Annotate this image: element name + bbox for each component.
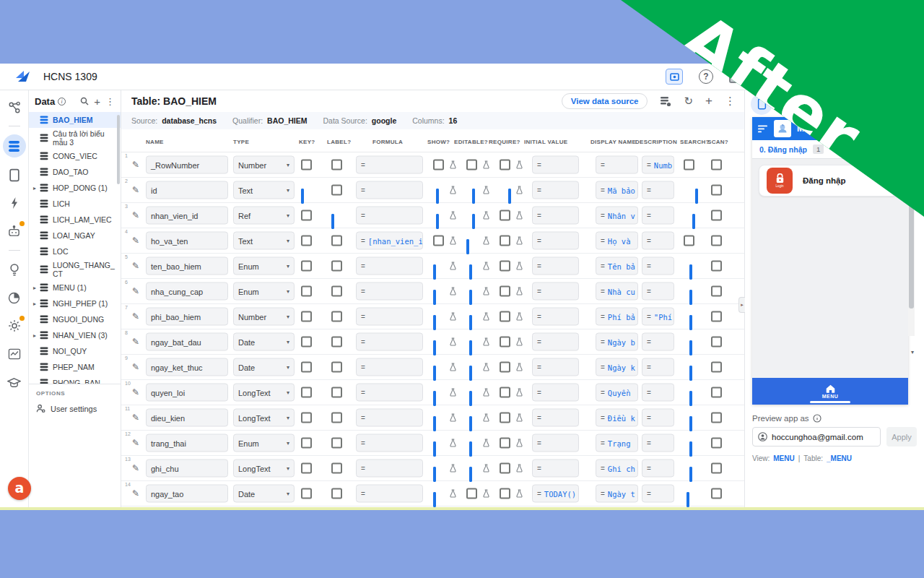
- require-expression-flask-icon[interactable]: [515, 363, 523, 372]
- column-name-field[interactable]: phi_bao_hiem: [146, 308, 228, 326]
- show-checkbox[interactable]: [433, 236, 444, 246]
- footer-view-link[interactable]: MENU: [773, 454, 794, 462]
- formula-field[interactable]: =: [356, 333, 423, 351]
- add-table-icon[interactable]: +: [94, 95, 100, 108]
- editable-checkbox[interactable]: [469, 441, 472, 457]
- show-expression-flask-icon[interactable]: [449, 337, 457, 347]
- column-type-select[interactable]: Text▾: [233, 181, 295, 199]
- label-checkbox[interactable]: [331, 387, 342, 398]
- scan-checkbox[interactable]: [711, 261, 722, 272]
- scan-checkbox[interactable]: [711, 463, 722, 474]
- help-icon[interactable]: ?: [699, 69, 713, 84]
- editable-expression-flask-icon[interactable]: [482, 489, 490, 499]
- editable-checkbox[interactable]: [469, 315, 472, 330]
- description-field[interactable]: =Numb: [642, 156, 674, 174]
- formula-field[interactable]: =: [356, 358, 423, 376]
- search-checkbox[interactable]: [689, 467, 692, 482]
- scan-checkbox[interactable]: [711, 413, 722, 423]
- editable-checkbox[interactable]: [469, 416, 472, 431]
- show-expression-flask-icon[interactable]: [449, 186, 457, 195]
- editable-expression-flask-icon[interactable]: [482, 262, 490, 271]
- require-checkbox[interactable]: [500, 463, 510, 474]
- display-name-field[interactable]: =Ngày k: [596, 358, 638, 376]
- edit-column-icon[interactable]: ✎: [132, 160, 139, 170]
- label-checkbox[interactable]: [331, 311, 342, 322]
- require-checkbox[interactable]: [500, 337, 510, 348]
- column-type-select[interactable]: Text▾: [233, 232, 295, 250]
- display-name-field[interactable]: =Nhân v: [596, 207, 638, 225]
- require-expression-flask-icon[interactable]: [515, 464, 523, 473]
- search-checkbox[interactable]: [689, 416, 692, 431]
- show-checkbox[interactable]: [433, 160, 444, 171]
- column-type-select[interactable]: Date▾: [233, 333, 295, 351]
- rail-app-button[interactable]: [4, 164, 25, 186]
- initial-value-field[interactable]: =: [532, 333, 579, 351]
- expand-caret-icon[interactable]: ▸: [33, 285, 40, 291]
- description-field[interactable]: =: [642, 181, 674, 199]
- editable-checkbox[interactable]: [466, 488, 477, 499]
- column-name-field[interactable]: ngay_bat_dau: [146, 333, 228, 351]
- apply-button[interactable]: Apply: [886, 427, 917, 447]
- formula-field[interactable]: =: [356, 308, 423, 326]
- description-field[interactable]: ="Phí: [642, 308, 674, 326]
- column-name-field[interactable]: nha_cung_cap: [146, 282, 228, 301]
- search-checkbox[interactable]: [689, 264, 692, 280]
- initial-value-field[interactable]: =: [532, 232, 579, 250]
- column-name-field[interactable]: ten_bao_hiem: [146, 257, 228, 275]
- column-name-field[interactable]: quyen_loi: [146, 384, 228, 402]
- require-expression-flask-icon[interactable]: [515, 413, 523, 423]
- editable-checkbox[interactable]: [472, 214, 475, 229]
- key-checkbox[interactable]: [301, 438, 312, 449]
- rail-learn-button[interactable]: [4, 371, 25, 393]
- column-name-field[interactable]: nhan_vien_id: [146, 207, 228, 225]
- key-checkbox[interactable]: [301, 362, 312, 373]
- column-type-select[interactable]: LongText▾: [233, 460, 295, 478]
- column-name-field[interactable]: ho_va_ten: [146, 232, 228, 250]
- search-icon[interactable]: [80, 97, 89, 105]
- column-type-select[interactable]: Enum▾: [233, 282, 295, 301]
- edit-column-icon[interactable]: ✎: [132, 488, 139, 499]
- editable-expression-flask-icon[interactable]: [482, 186, 490, 195]
- sidebar-item[interactable]: ▸ LOAI_NGAY: [29, 228, 121, 243]
- description-field[interactable]: =: [642, 485, 674, 503]
- sidebar-item[interactable]: ▸ PHONG_BAN: [29, 375, 121, 384]
- rail-intelligence-button[interactable]: [4, 259, 25, 280]
- show-checkbox[interactable]: [433, 467, 436, 482]
- preview-email-input[interactable]: hoccunghoa@gmail.com: [752, 427, 881, 447]
- require-expression-flask-icon[interactable]: [515, 439, 523, 448]
- user-settings-item[interactable]: User settings: [36, 404, 113, 413]
- column-type-select[interactable]: Enum▾: [233, 257, 295, 275]
- require-expression-flask-icon[interactable]: [515, 236, 523, 246]
- rail-bots-button[interactable]: [4, 220, 25, 242]
- editable-expression-flask-icon[interactable]: [482, 287, 490, 296]
- key-checkbox[interactable]: [301, 286, 312, 297]
- more-options-icon[interactable]: ⋮: [105, 96, 115, 107]
- sidebar-item[interactable]: ▸ NHAN_VIEN (3): [29, 327, 121, 343]
- sidebar-item[interactable]: ▸ CONG_VIEC: [29, 148, 121, 164]
- sidebar-item[interactable]: ▸ LUONG_THANG_CT: [29, 259, 121, 280]
- sidebar-item[interactable]: ▸ MENU (1): [29, 280, 121, 296]
- sidebar-scrollbar[interactable]: [117, 115, 120, 184]
- key-checkbox[interactable]: [301, 387, 312, 398]
- edit-column-icon[interactable]: ✎: [132, 463, 139, 473]
- require-checkbox[interactable]: [500, 236, 510, 246]
- formula-field[interactable]: =: [356, 460, 423, 478]
- label-checkbox[interactable]: [331, 261, 342, 272]
- show-expression-flask-icon[interactable]: [449, 489, 457, 499]
- search-checkbox[interactable]: [689, 340, 692, 355]
- description-field[interactable]: =: [642, 333, 674, 351]
- description-field[interactable]: =: [642, 282, 674, 301]
- edit-column-icon[interactable]: ✎: [132, 261, 139, 271]
- scan-checkbox[interactable]: [711, 387, 722, 398]
- workflow-icon[interactable]: [4, 96, 25, 118]
- key-checkbox[interactable]: [301, 261, 312, 272]
- require-expression-flask-icon[interactable]: [515, 262, 523, 271]
- view-nav-link[interactable]: 0. Đăng nhập: [759, 145, 807, 154]
- editable-checkbox[interactable]: [466, 160, 477, 171]
- search-checkbox[interactable]: [689, 290, 692, 305]
- initial-value-field[interactable]: =: [532, 282, 579, 301]
- show-expression-flask-icon[interactable]: [449, 363, 457, 372]
- initial-value-field[interactable]: =: [532, 257, 579, 275]
- editable-expression-flask-icon[interactable]: [482, 413, 490, 423]
- formula-field[interactable]: =: [356, 434, 423, 452]
